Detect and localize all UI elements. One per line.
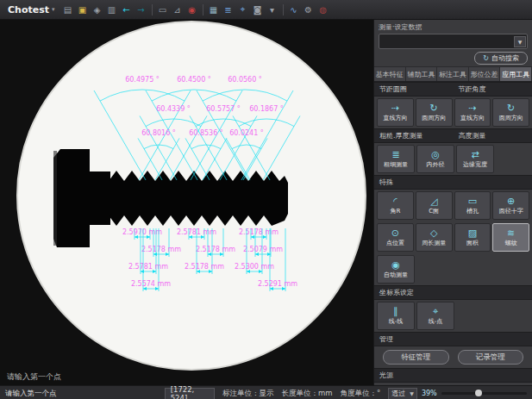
tool-label: 边缘宽度 bbox=[463, 160, 487, 169]
record-icon[interactable]: ◉ bbox=[185, 3, 199, 16]
tool-auto-measure[interactable]: ◉自动测量 bbox=[377, 255, 415, 284]
tool-label: 点位置 bbox=[386, 239, 404, 247]
canvas-hint: 请输入第一个点 bbox=[7, 371, 61, 383]
tool-label: 线-线 bbox=[389, 317, 404, 326]
light-slider-thumb[interactable] bbox=[475, 390, 482, 396]
angle-label: 60.8536 ° bbox=[189, 129, 223, 137]
measurement-canvas[interactable]: 60.4975 °60.4500 °60.0560 °60.4339 °60.5… bbox=[0, 20, 373, 385]
angle-label: 60.8016 ° bbox=[141, 129, 176, 137]
tool-label: 圆周方向 bbox=[422, 114, 446, 122]
tool-label: 周长测量 bbox=[422, 239, 446, 247]
tag-icon[interactable]: ◈ bbox=[91, 3, 104, 16]
thread-icon: ≋ bbox=[507, 228, 515, 239]
wave-icon[interactable]: ∿ bbox=[287, 3, 301, 16]
line-line-icon: ∥ bbox=[393, 306, 398, 317]
angle-unit-label: 角度单位：° bbox=[341, 389, 381, 399]
tool-edge-width[interactable]: ⇄边缘宽度 bbox=[456, 145, 494, 173]
tool-perimeter-measure[interactable]: ◇周长测量 bbox=[416, 223, 453, 252]
section-header: 光源 bbox=[374, 368, 532, 383]
record-manage-button[interactable]: 记录管理 bbox=[458, 350, 524, 365]
toolbar: Chotest ▾ ▤▣◈▥←→▭⊿◉▦≣⌖◙▾∿⚙◍ bbox=[0, 0, 532, 20]
tab-basic-features[interactable]: 基本特征 bbox=[374, 67, 406, 81]
chevron-down-icon: ▼ bbox=[410, 390, 414, 396]
light-mode-label: 透过 bbox=[391, 389, 405, 398]
light-slider[interactable] bbox=[441, 392, 527, 395]
tool-line-point[interactable]: ⌖线-点 bbox=[416, 302, 454, 330]
tool-inner-outer-diameter[interactable]: ◎内外径 bbox=[416, 145, 454, 173]
inner-outer-diameter-icon: ◎ bbox=[431, 149, 440, 160]
circular-direction-angle-icon: ↻ bbox=[507, 103, 515, 114]
panel-body: 节距圆圈节距角度⇢直线方向↻圆周方向⇢直线方向↻圆周方向粗糙.厚度测量高度测量≣… bbox=[374, 82, 532, 385]
angle-label: 60.4339 ° bbox=[156, 105, 191, 113]
tool-circular-direction-pitch[interactable]: ↻圆周方向 bbox=[416, 98, 453, 127]
angle-label: 60.5757 ° bbox=[206, 105, 241, 113]
pitch-label: 2.5178 mm bbox=[185, 263, 224, 271]
tool-label: 面积 bbox=[466, 239, 479, 247]
tool-linear-direction-pitch[interactable]: ⇢直线方向 bbox=[377, 98, 414, 127]
tab-app-tools[interactable]: 应用工具 bbox=[500, 67, 532, 81]
slot-icon: ▭ bbox=[468, 196, 477, 207]
camera-icon[interactable]: ◙ bbox=[251, 3, 265, 16]
section-header: 粗糙.厚度测量 bbox=[374, 128, 454, 143]
target-icon[interactable]: ⌖ bbox=[236, 3, 250, 16]
snapshot-icon[interactable]: ▣ bbox=[76, 3, 90, 16]
tab-annotation-tools[interactable]: 标注工具 bbox=[437, 67, 469, 81]
auto-search-button[interactable]: ↻ 自动搜索 bbox=[474, 52, 528, 65]
tool-label: 圆径十字 bbox=[499, 207, 523, 215]
feature-manage-button[interactable]: 特征管理 bbox=[383, 350, 449, 365]
data-select-dropdown[interactable]: ▼ bbox=[379, 34, 528, 49]
panel-tabs: 基本特征辅助工具标注工具形位公差应用工具 bbox=[374, 66, 532, 82]
section-header: 管理 bbox=[374, 332, 532, 346]
protractor-icon[interactable]: ⊿ bbox=[171, 3, 185, 16]
power-icon[interactable]: ◍ bbox=[316, 3, 330, 16]
tool-c-face[interactable]: ◿C面 bbox=[416, 191, 453, 220]
point-position-icon: ⊙ bbox=[391, 228, 399, 239]
statusbar: 请输入第一个点 [1722, 524] 标注单位：显示 长度单位：mm 角度单位… bbox=[0, 385, 532, 399]
length-unit-label: 长度单位：mm bbox=[281, 389, 332, 399]
section-header: 坐标系设定 bbox=[374, 285, 532, 300]
chart-icon[interactable]: ≣ bbox=[222, 3, 235, 16]
cursor-coordinates: [1722, 524] bbox=[165, 388, 215, 399]
angle-label: 60.4975 ° bbox=[125, 76, 160, 84]
tool-thread[interactable]: ≋螺纹 bbox=[492, 223, 529, 252]
tool-label: 线-点 bbox=[429, 317, 443, 326]
brand-button[interactable]: Chotest ▾ bbox=[3, 4, 59, 16]
tool-label: 自动测量 bbox=[384, 271, 408, 279]
tool-linear-direction-angle[interactable]: ⇢直线方向 bbox=[454, 98, 491, 127]
tool-slot[interactable]: ▭槽孔 bbox=[454, 191, 491, 220]
tool-label: 角R bbox=[390, 207, 400, 215]
tab-aux-tools[interactable]: 辅助工具 bbox=[406, 67, 438, 81]
ruler-icon[interactable]: ▭ bbox=[156, 3, 170, 16]
film-icon[interactable]: ▥ bbox=[105, 3, 119, 16]
redo-arrow-icon[interactable]: → bbox=[135, 3, 148, 16]
tool-label: 螺纹 bbox=[505, 239, 517, 247]
section-header: 特殊 bbox=[374, 175, 532, 190]
pitch-label: 2.5574 mm bbox=[131, 280, 171, 288]
tool-circular-direction-angle[interactable]: ↻圆周方向 bbox=[492, 98, 529, 127]
tab-form-tolerance[interactable]: 形位公差 bbox=[469, 67, 501, 81]
undo-arrow-icon[interactable]: ← bbox=[120, 3, 134, 16]
tool-area[interactable]: ▨面积 bbox=[454, 223, 491, 252]
tool-line-line[interactable]: ∥线-线 bbox=[377, 302, 415, 330]
refresh-icon: ↻ bbox=[483, 54, 489, 62]
light-percent: 39% bbox=[422, 390, 437, 397]
angle-label: 60.1867 ° bbox=[249, 105, 284, 113]
tool-thickness-measure[interactable]: ≣粗细测量 bbox=[377, 145, 415, 173]
layers-icon[interactable]: ▤ bbox=[61, 3, 75, 16]
annotation-unit-label: 标注单位：显示 bbox=[222, 389, 274, 399]
grid-icon[interactable]: ▦ bbox=[207, 3, 221, 16]
tool-label: 直线方向 bbox=[383, 114, 407, 122]
tool-label: C面 bbox=[429, 207, 439, 215]
light-controls: 透过 ▼ 39% bbox=[388, 388, 532, 399]
section-header: 高度测量 bbox=[454, 128, 532, 143]
corner-r-icon: ◜ bbox=[393, 196, 397, 207]
tool-corner-r[interactable]: ◜角R bbox=[377, 191, 414, 220]
tool-label: 槽孔 bbox=[466, 207, 479, 215]
settings-icon[interactable]: ⚙ bbox=[302, 3, 316, 16]
light-mode-dropdown[interactable]: 透过 ▼ bbox=[388, 388, 417, 399]
right-panel: 测量·设定数据 ▼ ↻ 自动搜索 基本特征辅助工具标注工具形位公差应用工具 节距… bbox=[373, 20, 532, 385]
tool-circle-cross[interactable]: ⊕圆径十字 bbox=[492, 191, 529, 220]
panel-title: 测量·设定数据 bbox=[379, 22, 528, 32]
camera-caret-icon[interactable]: ▾ bbox=[266, 3, 279, 16]
tool-point-position[interactable]: ⊙点位置 bbox=[377, 223, 414, 252]
